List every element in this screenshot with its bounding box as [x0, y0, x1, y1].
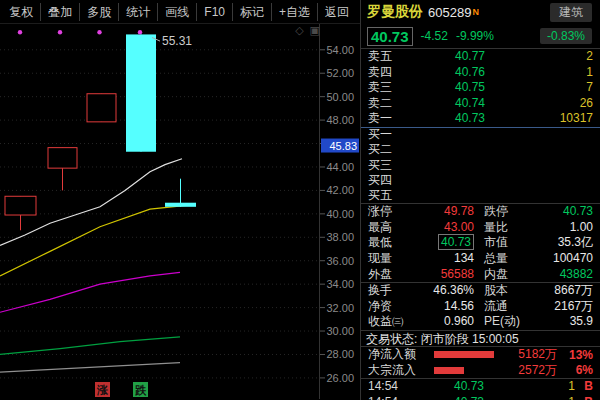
bid-row-4[interactable]: 买四 [361, 173, 600, 189]
svg-text:54.00: 54.00 [326, 44, 354, 56]
diamond-tool-icon[interactable]: ◇ [295, 24, 303, 37]
svg-text:36.00: 36.00 [326, 255, 354, 267]
stat-label: 外盘 [368, 267, 415, 282]
last-price: 40.73 [367, 27, 413, 46]
net-inflow-row: 净流入额 5182万 13% [361, 347, 600, 363]
bid-row-5[interactable]: 买五 [361, 189, 600, 205]
stat-value: 43.00 [415, 220, 474, 235]
tick-time: 14:54 [368, 379, 414, 394]
new-stock-tag: N [472, 7, 479, 17]
stat-label: 跌停 [484, 204, 534, 219]
bid-row-1[interactable]: 买一 [361, 127, 600, 143]
tick-row: 14:54 40.73 1 B [361, 379, 600, 395]
menu-item-overlay[interactable]: 叠加 [40, 3, 79, 21]
tick-list[interactable]: 14:54 40.73 1 B 14:54 40.73 1 B [361, 378, 600, 400]
flow-value: 2572万 [464, 362, 557, 379]
svg-text:45.83: 45.83 [329, 140, 357, 152]
tick-volume: 1 [484, 379, 575, 394]
money-flow-section: 净流入额 5182万 13% 大宗流入 2572万 6% [361, 347, 600, 378]
ask-label: 卖四 [368, 65, 413, 80]
ask-row-5[interactable]: 卖五 40.77 2 [361, 49, 600, 65]
bid-row-2[interactable]: 买二 [361, 142, 600, 158]
ask-row-2[interactable]: 卖二 40.74 26 [361, 96, 600, 112]
svg-text:44.00: 44.00 [326, 161, 354, 173]
stat-value: 35.9 [534, 314, 593, 329]
menu-item-statistics[interactable]: 统计 [118, 3, 157, 21]
stat-value: 40.73 [534, 204, 593, 219]
ask-label: 卖一 [368, 111, 413, 126]
stat-row: 收益㈢ 0.960 PE(动) 35.9 [361, 314, 600, 330]
stat-label: 净资 [368, 299, 415, 314]
block-inflow-row: 大宗流入 2572万 6% [361, 362, 600, 378]
stat-value: 14.56 [415, 299, 474, 314]
stat-value: 56588 [415, 267, 474, 282]
stat-row: 现量 134 总量 100470 [361, 251, 600, 267]
price-change-pct: -9.99% [456, 29, 494, 43]
stat-label: PE(动) [484, 314, 534, 329]
order-book: 卖五 40.77 2 卖四 40.76 1 卖三 40.75 7 卖二 40.7… [361, 49, 600, 204]
stat-row: 换手 46.36% 股本 8667万 [361, 283, 600, 299]
stat-value: 35.3亿 [534, 235, 593, 250]
svg-text:52.00: 52.00 [326, 67, 354, 79]
tick-volume: 1 [484, 395, 575, 400]
svg-text:28.00: 28.00 [326, 348, 354, 360]
svg-text:涨: 涨 [96, 384, 109, 396]
stat-value: 2167万 [534, 299, 593, 314]
menu-item-adjust[interactable]: 复权 [2, 3, 40, 21]
svg-text:55.31: 55.31 [162, 34, 192, 48]
menu-item-add-watchlist[interactable]: +自选 [271, 3, 317, 21]
tick-side: B [575, 379, 593, 394]
candlestick-chart[interactable]: 54.0052.0050.0048.0046.0044.0042.0040.00… [0, 24, 360, 399]
stock-name: 罗曼股份 [367, 3, 423, 21]
ask-volume: 10317 [485, 111, 593, 126]
ask-volume: 26 [485, 96, 593, 111]
top-menu-bar: 复权 叠加 多股 统计 画线 F10 标记 +自选 返回 [0, 0, 360, 24]
menu-item-mark[interactable]: 标记 [232, 3, 271, 21]
stats-group-1: 涨停 49.78 跌停 40.73 最高 43.00 量比 1.00 最低 40… [361, 204, 600, 283]
svg-text:32.00: 32.00 [326, 302, 354, 314]
svg-text:38.00: 38.00 [326, 231, 354, 243]
trading-status: 交易状态: 闭市阶段 15:00:05 [361, 331, 600, 347]
svg-text:42.00: 42.00 [326, 184, 354, 196]
stat-label: 现量 [368, 251, 415, 266]
svg-text:30.00: 30.00 [326, 325, 354, 337]
ask-price: 40.77 [413, 49, 485, 64]
svg-text:40.00: 40.00 [326, 208, 354, 220]
industry-change-button[interactable]: -0.83% [540, 28, 592, 44]
stats-panel: 涨停 49.78 跌停 40.73 最高 43.00 量比 1.00 最低 40… [361, 204, 600, 331]
svg-text:48.00: 48.00 [326, 114, 354, 126]
trading-app-window: 复权 叠加 多股 统计 画线 F10 标记 +自选 返回 ◇ ▣ 54.0052… [0, 0, 600, 400]
kline-chart-region: ◇ ▣ 54.0052.0050.0048.0046.0044.0042.004… [0, 24, 360, 400]
ask-price: 40.74 [413, 96, 485, 111]
flow-percent: 6% [557, 363, 593, 377]
stat-value: 40.73 [415, 235, 474, 250]
price-change: -4.52 [421, 29, 448, 43]
window-tool-icon[interactable]: ▣ [310, 24, 320, 37]
flow-percent: 13% [557, 348, 593, 362]
ask-row-4[interactable]: 卖四 40.76 1 [361, 65, 600, 81]
tick-price: 40.73 [414, 395, 484, 400]
quote-panel: 罗曼股份 605289 N 建筑 40.73 -4.52 -9.99% -0.8… [360, 0, 600, 400]
bid-row-3[interactable]: 买三 [361, 158, 600, 174]
stat-value: 43882 [534, 267, 593, 282]
menu-item-back[interactable]: 返回 [317, 3, 356, 21]
ask-row-3[interactable]: 卖三 40.75 7 [361, 80, 600, 96]
stat-value: 49.78 [415, 204, 474, 219]
ask-label: 卖三 [368, 80, 413, 95]
industry-button[interactable]: 建筑 [550, 3, 592, 22]
menu-item-multi-stock[interactable]: 多股 [79, 3, 118, 21]
ask-volume: 2 [485, 49, 593, 64]
stat-label: 内盘 [484, 267, 534, 282]
stat-value: 1.00 [534, 220, 593, 235]
menu: 复权 叠加 多股 统计 画线 F10 标记 +自选 返回 [2, 3, 356, 21]
bid-label: 买三 [368, 158, 413, 173]
menu-item-draw-line[interactable]: 画线 [157, 3, 196, 21]
ask-row-1[interactable]: 卖一 40.73 10317 [361, 111, 600, 127]
stat-label: 收益㈢ [368, 314, 415, 329]
ask-price: 40.75 [413, 80, 485, 95]
svg-text:50.00: 50.00 [326, 91, 354, 103]
menu-item-f10[interactable]: F10 [196, 3, 232, 21]
tick-price: 40.73 [414, 379, 484, 394]
stat-label: 总量 [484, 251, 534, 266]
stat-value: 100470 [534, 251, 593, 266]
